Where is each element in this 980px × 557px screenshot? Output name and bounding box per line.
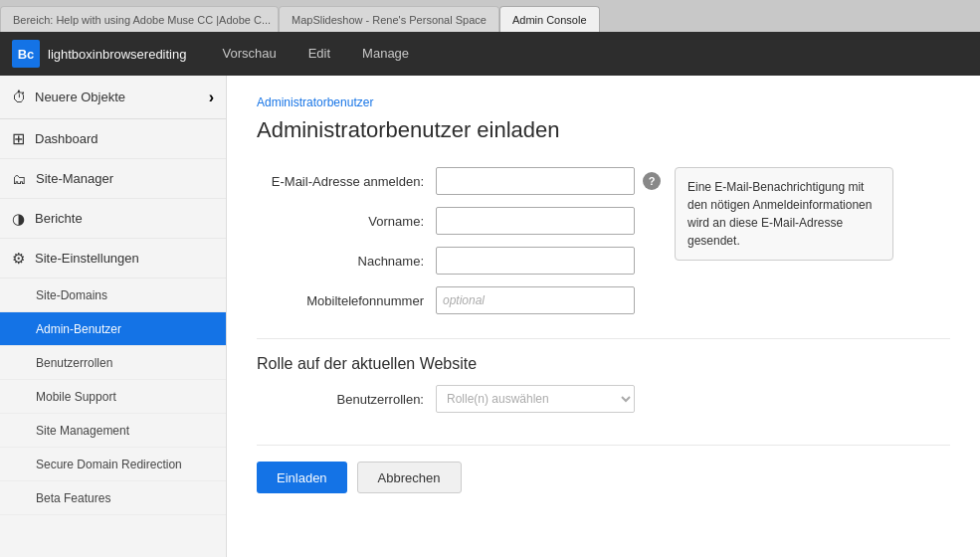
email-help-icon[interactable]: ? [643, 172, 661, 190]
sidebar-sub-secure-domain[interactable]: Secure Domain Redirection [0, 448, 226, 481]
nav-vorschau[interactable]: Vorschau [206, 32, 292, 76]
role-label: Benutzerrollen: [257, 392, 436, 407]
grid-icon [12, 129, 25, 148]
firstname-input[interactable] [436, 207, 635, 235]
app-logo: Bc lightboxinbrowserediting [12, 40, 186, 68]
page-title: Administratorbenutzer einladen [257, 117, 950, 143]
browser-tab-1[interactable]: Bereich: Help with using Adobe Muse CC |… [0, 6, 279, 32]
sidebar-item-label: Dashboard [35, 131, 98, 146]
browser-tab-3[interactable]: Admin Console [499, 6, 600, 32]
email-label: E-Mail-Adresse anmelden: [257, 174, 436, 189]
content-area: Administratorbenutzer Administratorbenut… [227, 76, 980, 557]
logo-box: Bc [12, 40, 40, 68]
lastname-input[interactable] [436, 247, 635, 275]
nav-edit[interactable]: Edit [293, 32, 346, 76]
site-name: lightboxinbrowserediting [48, 47, 186, 62]
sidebar-sub-admin-benutzer[interactable]: Admin-Benutzer [0, 312, 226, 346]
sidebar-sub-mobile-support[interactable]: Mobile Support [0, 380, 226, 414]
chevron-right-icon [209, 89, 214, 106]
firstname-label: Vorname: [257, 214, 436, 229]
invite-form: Eine E-Mail-Benachrichtigung mit den nöt… [257, 167, 950, 493]
sidebar-item-label: Berichte [35, 211, 83, 226]
cancel-button[interactable]: Abbrechen [357, 462, 462, 493]
sidebar-item-dashboard[interactable]: Dashboard [0, 119, 226, 159]
tab-spacer [600, 6, 980, 32]
gear-icon [12, 250, 25, 268]
email-tooltip: Eine E-Mail-Benachrichtigung mit den nöt… [675, 167, 893, 261]
form-buttons: Einladen Abbrechen [257, 445, 950, 493]
phone-input[interactable] [436, 286, 635, 314]
sidebar-sub-site-domains[interactable]: Site-Domains [0, 278, 226, 312]
role-section-title: Rolle auf der aktuellen Website [257, 338, 950, 373]
nav-manage[interactable]: Manage [346, 32, 425, 76]
phone-label: Mobiltelefonnummer [257, 293, 436, 308]
lastname-label: Nachname: [257, 254, 436, 269]
sidebar-item-label: Site-Manager [36, 171, 113, 186]
phone-row: Mobiltelefonnummer [257, 286, 950, 314]
sidebar: Neuere Objekte Dashboard Site-Manager Be… [0, 76, 227, 557]
sidebar-sub-site-management[interactable]: Site Management [0, 414, 226, 448]
sidebar-item-label: Site-Einstellungen [35, 251, 139, 266]
sidebar-sub-benutzerrollen[interactable]: Benutzerrollen [0, 346, 226, 380]
folder-icon [12, 171, 26, 187]
sidebar-sub-beta-features[interactable]: Beta Features [0, 481, 226, 515]
chart-icon [12, 210, 25, 228]
email-input[interactable] [436, 167, 635, 195]
app-header: Bc lightboxinbrowserediting Vorschau Edi… [0, 32, 980, 76]
browser-tab-2[interactable]: MapSlideshow - Rene's Personal Space [279, 6, 499, 32]
recent-label: Neuere Objekte [35, 90, 125, 104]
invite-button[interactable]: Einladen [257, 462, 347, 493]
main-layout: Neuere Objekte Dashboard Site-Manager Be… [0, 76, 980, 557]
sidebar-sub-items: Site-Domains Admin-Benutzer Benutzerroll… [0, 278, 226, 515]
role-row: Benutzerrollen: Rolle(n) auswählen [257, 385, 950, 413]
clock-icon [12, 89, 27, 105]
sidebar-item-berichte[interactable]: Berichte [0, 199, 226, 239]
browser-tabs: Bereich: Help with using Adobe Muse CC |… [0, 0, 980, 32]
sidebar-recent-objects[interactable]: Neuere Objekte [0, 76, 226, 119]
role-select[interactable]: Rolle(n) auswählen [436, 385, 635, 413]
sidebar-item-site-einstellungen[interactable]: Site-Einstellungen [0, 239, 226, 278]
breadcrumb[interactable]: Administratorbenutzer [257, 95, 950, 109]
sidebar-item-site-manager[interactable]: Site-Manager [0, 159, 226, 199]
